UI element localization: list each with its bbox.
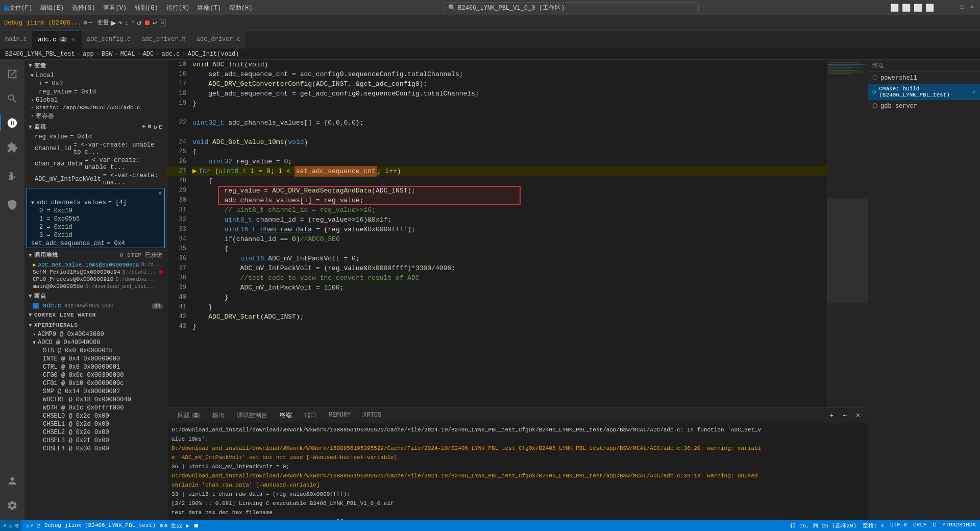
status-play[interactable]: ▶ <box>186 522 190 529</box>
debug-step-into[interactable]: ↓ <box>125 19 129 27</box>
global-header[interactable]: › Global <box>24 96 167 104</box>
status-spaces[interactable]: 空格: 4 <box>863 522 884 529</box>
tab-adc-c[interactable]: adc.c 2 × <box>33 31 82 49</box>
xper-inte[interactable]: INTE @ 0x4 0x00000000 <box>24 355 167 363</box>
callstack-item-2[interactable]: CPU0_Process@0x000000910 D:/downloa... <box>24 276 167 283</box>
watch-refresh-icon[interactable]: ↻ <box>154 124 157 130</box>
debug-step-out[interactable]: ↑ <box>131 19 135 27</box>
status-encoding[interactable]: UTF-8 <box>890 522 907 529</box>
menu-run[interactable]: 运行(R) <box>166 4 190 12</box>
array-close-btn[interactable]: × <box>158 189 162 198</box>
activity-git[interactable] <box>0 164 24 188</box>
xper-sts[interactable]: STS @ 0x0 0x000004b <box>24 347 167 355</box>
layout-4[interactable]: ⬜ <box>925 4 934 12</box>
registers-header[interactable]: › 寄存器 <box>24 111 167 121</box>
static-header[interactable]: › Static: /app/BSW/MCAL/ADC/adc.c <box>24 104 167 111</box>
xper-chsel2[interactable]: CHSEL2 @ 0x2e 0x00 <box>24 428 167 437</box>
tab-close-icon[interactable]: × <box>70 36 76 43</box>
status-position[interactable]: 行 16, 列 25 (选择20) <box>790 522 856 529</box>
breadcrumb-part-4[interactable]: ADC <box>143 51 154 58</box>
xper-wdth[interactable]: WDTH @ 0x1c 0x0ffff000 <box>24 404 167 412</box>
debug-restart[interactable]: ↺ <box>137 18 141 27</box>
status-stop[interactable]: ⏹ <box>193 522 199 529</box>
panel-tab-xrtos[interactable]: XRTOS <box>357 408 387 423</box>
status-branch[interactable]: ⚡ ⚠ 0 <box>0 520 21 531</box>
layout-1[interactable]: ⬜ <box>890 4 899 12</box>
cortex-header[interactable]: ▼ CORTEX LIVE WATCH <box>24 310 167 320</box>
activity-extensions[interactable] <box>0 135 24 160</box>
xper-header[interactable]: ▼ XPERIPHERALS <box>24 320 167 330</box>
watch-header[interactable]: ▼ 监视 + n ↻ ⊟ <box>24 121 167 133</box>
minimize-button[interactable]: ─ <box>948 4 955 11</box>
breadcrumb-part-5[interactable]: adc.c <box>161 51 180 58</box>
breadcrumb-part-1[interactable]: app <box>83 51 94 58</box>
debug-stop[interactable]: ⏹ <box>143 19 151 27</box>
activity-search[interactable] <box>0 86 24 111</box>
breadcrumb-part-6[interactable]: ADC_Init(void) <box>188 51 239 58</box>
xper-chsel3[interactable]: CHSEL3 @ 0x2f 0x00 <box>24 437 167 445</box>
tab-adc-driver-h[interactable]: adc_driver.h <box>136 31 191 49</box>
breakpoints-header[interactable]: ▼ 断点 <box>24 290 167 302</box>
status-eol[interactable]: CRLF <box>913 522 926 529</box>
watch-add-icon[interactable]: + <box>142 124 146 130</box>
tab-main-c[interactable]: main.c <box>0 31 33 49</box>
panel-close-btn[interactable]: × <box>852 410 864 421</box>
callstack-item-1[interactable]: SchM_Period1Ms@0x000000c94 D:/downl... <box>24 269 167 276</box>
menu-terminal[interactable]: 终端(T) <box>198 4 221 12</box>
debug-settings-icon[interactable]: ⚙ <box>83 19 87 27</box>
search-bar[interactable]: 🔍 B2406_LYNK_PBL_V1_0_0 (工作区) <box>444 2 699 13</box>
menu-select[interactable]: 选择(S) <box>72 4 95 12</box>
panel-tab-memory[interactable]: MEMORY <box>323 408 357 423</box>
variables-header[interactable]: ▼ 变量 <box>24 60 167 71</box>
panel-tab-terminal[interactable]: 终端 <box>274 408 298 423</box>
xper-cfg1[interactable]: CFG1 @ 0x10 0x0000000c <box>24 379 167 388</box>
layout-2[interactable]: ⬜ <box>902 4 911 12</box>
xper-chsel1[interactable]: CHSEL1 @ 0x2d 0x00 <box>24 420 167 428</box>
panel-tab-ports[interactable]: 端口 <box>298 408 323 423</box>
status-debug-name[interactable]: Debug jlink (B2406_LYNK_PBL_test) <box>44 522 156 528</box>
activity-explorer[interactable] <box>0 62 24 86</box>
right-panel-gdbserver[interactable]: ⬡ gdb-server <box>868 100 980 112</box>
status-build[interactable]: ⚙ ⚙ 生成 <box>160 522 182 529</box>
tab-adc-config[interactable]: adc_config.c <box>82 31 136 49</box>
activity-account[interactable] <box>0 469 24 493</box>
panel-tab-problems[interactable]: 问题 2 <box>172 408 206 423</box>
array-expand-icon[interactable]: ▼ <box>31 200 34 206</box>
tab-adc-driver-c[interactable]: adc_driver.c <box>191 31 246 49</box>
panel-add-btn[interactable]: + <box>826 410 837 421</box>
local-header[interactable]: ▼ Local <box>24 71 167 80</box>
xper-chsel0[interactable]: CHSEL0 @ 0x2c 0x00 <box>24 412 167 420</box>
panel-tab-output[interactable]: 输出 <box>206 408 231 423</box>
maximize-button[interactable]: □ <box>959 4 966 11</box>
activity-cortex[interactable] <box>0 192 24 217</box>
xper-acmp0[interactable]: › ACMP0 @ 0x40043000 <box>24 330 167 339</box>
xper-chsel4[interactable]: CHSEL4 @ 0x30 0x00 <box>24 445 167 453</box>
bp-item-0[interactable]: ✓ adc.c app\BSW\MCAL\ADC 34 <box>24 302 167 310</box>
callstack-item-3[interactable]: main@0x000005de D:/download_and_inst... <box>24 283 167 290</box>
status-errors[interactable]: ⚠ ⚡ 2 <box>26 522 40 529</box>
debug-step-over[interactable]: ↷ <box>118 18 122 27</box>
status-ytm[interactable]: YTM3281MDK <box>942 522 976 529</box>
bp-checkbox[interactable]: ✓ <box>33 303 39 309</box>
debug-more-icon[interactable]: ⋯ <box>89 19 92 27</box>
menu-goto[interactable]: 转到(G) <box>135 4 158 12</box>
breadcrumb-part-0[interactable]: B2406_LYNK_PBL_test <box>5 51 75 58</box>
xper-cfg0[interactable]: CFG0 @ 0x0c 0x00300000 <box>24 371 167 379</box>
watch-expand-icon[interactable]: ⊟ <box>159 124 163 130</box>
panel-more-btn[interactable]: ⋯ <box>839 410 850 421</box>
status-language[interactable]: C <box>933 522 936 529</box>
debug-checkbox[interactable]: ☐ <box>159 19 166 27</box>
breadcrumb-part-3[interactable]: MCAL <box>120 51 135 58</box>
xper-wdctrl[interactable]: WDCTRL @ 0x18 0x00000040 <box>24 396 167 404</box>
activity-debug[interactable] <box>0 111 24 135</box>
xper-adco-header[interactable]: ▼ ADCO @ 0x40040000 <box>24 339 167 347</box>
debug-continue[interactable]: ▶ <box>111 18 116 28</box>
panel-tab-debug-console[interactable]: 调试控制台 <box>231 408 274 423</box>
layout-3[interactable]: ⬜ <box>914 4 922 12</box>
xper-ctrl[interactable]: CTRL @ 0x8 0x00000001 <box>24 363 167 371</box>
callstack-header[interactable]: ▼ 调用堆栈 0 step 已步进 <box>24 249 167 261</box>
watch-n-icon[interactable]: n <box>148 124 152 130</box>
right-panel-cmake[interactable]: ⚙ CMake: build (B2406_LYNK_PBL_test) ✓ <box>868 84 980 100</box>
callstack-item-0[interactable]: ▶ ADC_Get_Value_10ms@0x0000006ca D:/d... <box>24 261 167 269</box>
debug-step-back[interactable]: ↩ <box>153 18 157 27</box>
